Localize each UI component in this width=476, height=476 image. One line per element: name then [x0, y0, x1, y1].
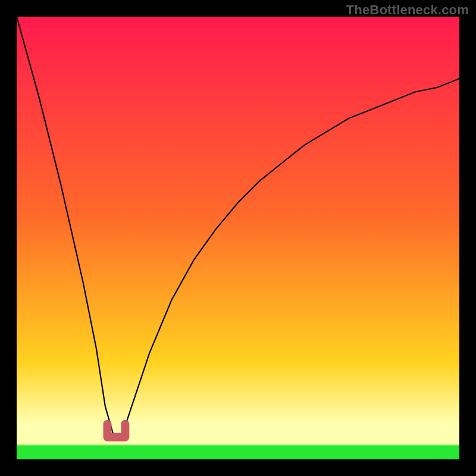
outer-frame: TheBottleneck.com [0, 0, 476, 476]
chart-svg [17, 17, 459, 459]
watermark-text: TheBottleneck.com [346, 2, 469, 18]
plot-area [17, 17, 459, 459]
bottleneck-curve [17, 17, 459, 437]
optimal-range-marker [108, 424, 126, 437]
